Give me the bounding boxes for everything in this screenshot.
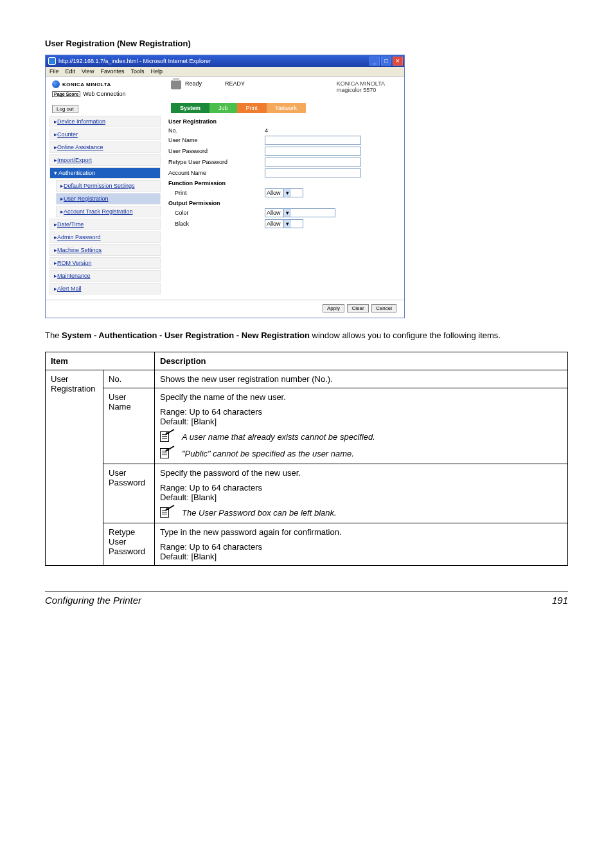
brand-dot-icon xyxy=(52,80,60,88)
cell-no-label: No. xyxy=(103,370,155,388)
footer-pagenum: 191 xyxy=(552,595,568,606)
username-default: Default: [Blank] xyxy=(160,417,562,426)
description-table: Item Description User Registration No. S… xyxy=(45,352,568,566)
pagescore-icon: Page Score xyxy=(52,91,80,97)
tab-job[interactable]: Job xyxy=(209,103,237,113)
retype-range: Range: Up to 64 characters xyxy=(160,542,562,552)
tab-bar: System Job Print Network xyxy=(46,103,404,113)
note-icon xyxy=(160,507,177,519)
clear-button[interactable]: Clear xyxy=(347,304,368,312)
input-username[interactable] xyxy=(265,136,361,145)
menu-edit[interactable]: Edit xyxy=(66,68,76,75)
label-output-permission: Output Permission xyxy=(168,200,398,206)
brand-main-text: KONICA MINOLTA xyxy=(62,82,111,87)
main-panel: User Registration No. 4 User Name User P… xyxy=(164,116,404,300)
browser-menubar: File Edit View Favorites Tools Help xyxy=(46,67,404,77)
ready-label: Ready xyxy=(185,80,202,87)
label-retype: Retype User Password xyxy=(168,159,265,165)
userpass-note1: The User Password box can be left blank. xyxy=(182,507,337,519)
right-brand-line1: KONICA MINOLTA xyxy=(337,80,385,87)
username-note2: "Public" cannot be specified as the user… xyxy=(182,448,354,460)
sidebar-item-rom-version[interactable]: ROM Version xyxy=(49,257,161,269)
browser-window: http://192.168.1.7/a_index.html - Micros… xyxy=(45,55,405,318)
app-header: KONICA MINOLTA Page Score Web Connection… xyxy=(46,77,404,102)
para-suffix: window allows you to configure the follo… xyxy=(310,330,501,340)
cell-no-desc: Shows the new user registration number (… xyxy=(155,370,568,388)
sidebar-item-import-export[interactable]: Import/Export xyxy=(49,154,161,166)
select-color[interactable]: Allow ▾ xyxy=(265,208,335,217)
cell-username-desc: Specify the name of the new user. Range:… xyxy=(155,388,568,464)
tab-print[interactable]: Print xyxy=(237,103,267,113)
sidebar-item-admin-password[interactable]: Admin Password xyxy=(49,231,161,243)
section-heading: User Registration (New Registration) xyxy=(45,39,568,48)
menu-favorites[interactable]: Favorites xyxy=(100,68,124,75)
note-icon xyxy=(160,431,177,443)
retype-desc-line: Type in the new password again for confi… xyxy=(160,527,562,537)
close-button[interactable]: ✕ xyxy=(393,57,403,66)
right-brand: KONICA MINOLTA magicolor 5570 xyxy=(337,80,398,93)
cell-retype-label: Retype User Password xyxy=(103,523,155,565)
page-footer: Configuring the Printer 191 xyxy=(45,592,568,606)
chevron-down-icon: ▾ xyxy=(283,220,291,228)
sidebar-item-alert-mail[interactable]: Alert Mail xyxy=(49,283,161,294)
sidebar-item-device-information[interactable]: Device Information xyxy=(49,116,161,127)
cell-group-label: User Registration xyxy=(46,370,103,565)
input-retype[interactable] xyxy=(265,158,361,167)
input-userpassword[interactable] xyxy=(265,147,361,156)
maximize-button[interactable]: □ xyxy=(381,57,391,66)
table-header-item: Item xyxy=(46,352,155,370)
cell-userpass-desc: Specify the password of the new user. Ra… xyxy=(155,464,568,523)
sidebar-item-online-assistance[interactable]: Online Assistance xyxy=(49,141,161,153)
input-account[interactable] xyxy=(265,168,361,177)
tab-network[interactable]: Network xyxy=(267,103,306,113)
window-title: http://192.168.1.7/a_index.html - Micros… xyxy=(58,58,368,64)
label-account: Account Name xyxy=(168,170,265,176)
username-note1: A user name that already exists cannot b… xyxy=(182,431,375,443)
cell-username-label: User Name xyxy=(103,388,155,464)
footer-left: Configuring the Printer xyxy=(45,595,141,606)
window-titlebar: http://192.168.1.7/a_index.html - Micros… xyxy=(46,55,404,67)
sidebar-item-authentication[interactable]: Authentication xyxy=(49,167,161,179)
sidebar-item-date-time[interactable]: Date/Time xyxy=(49,219,161,230)
ie-icon xyxy=(48,57,56,65)
logout-button[interactable]: Log out xyxy=(52,105,78,113)
intro-paragraph: The System - Authentication - User Regis… xyxy=(45,330,568,341)
cancel-button[interactable]: Cancel xyxy=(371,304,396,312)
select-black-value: Allow xyxy=(267,221,281,227)
cell-userpass-label: User Password xyxy=(103,464,155,523)
para-bold: System - Authentication - User Registrat… xyxy=(62,330,310,340)
menu-help[interactable]: Help xyxy=(150,68,163,75)
label-no: No. xyxy=(168,127,265,134)
sidebar-item-machine-settings[interactable]: Machine Settings xyxy=(49,244,161,256)
label-black: Black xyxy=(168,221,265,227)
sidebar-item-maintenance[interactable]: Maintenance xyxy=(49,270,161,282)
brand-sub: Page Score Web Connection xyxy=(52,91,164,97)
select-black[interactable]: Allow ▾ xyxy=(265,219,303,228)
sidebar-item-counter[interactable]: Counter xyxy=(49,129,161,140)
menu-view[interactable]: View xyxy=(82,68,94,75)
right-brand-line2: magicolor 5570 xyxy=(337,87,385,93)
sidebar-item-user-registration[interactable]: User Registration xyxy=(56,193,161,204)
label-username: User Name xyxy=(168,137,265,143)
menu-file[interactable]: File xyxy=(49,68,59,75)
minimize-button[interactable]: _ xyxy=(369,57,380,66)
panel-title: User Registration xyxy=(168,118,398,125)
sidebar-item-account-track-registration[interactable]: Account Track Registration xyxy=(56,206,161,217)
label-print: Print xyxy=(168,190,265,196)
userpass-range: Range: Up to 64 characters xyxy=(160,483,562,493)
chevron-down-icon: ▾ xyxy=(283,189,291,197)
table-header-description: Description xyxy=(155,352,568,370)
chevron-down-icon: ▾ xyxy=(283,209,291,217)
sidebar: Device Information Counter Online Assist… xyxy=(46,116,164,300)
sidebar-item-default-permission-settings[interactable]: Default Permission Settings xyxy=(56,180,161,192)
tab-system[interactable]: System xyxy=(171,103,209,113)
select-print[interactable]: Allow ▾ xyxy=(265,188,303,197)
value-no: 4 xyxy=(265,127,268,134)
note-icon xyxy=(160,448,177,460)
userpass-desc-line: Specify the password of the new user. xyxy=(160,468,562,478)
menu-tools[interactable]: Tools xyxy=(130,68,144,75)
userpass-default: Default: [Blank] xyxy=(160,493,562,502)
para-prefix: The xyxy=(45,330,62,340)
printer-icon xyxy=(171,80,181,89)
apply-button[interactable]: Apply xyxy=(323,304,344,312)
